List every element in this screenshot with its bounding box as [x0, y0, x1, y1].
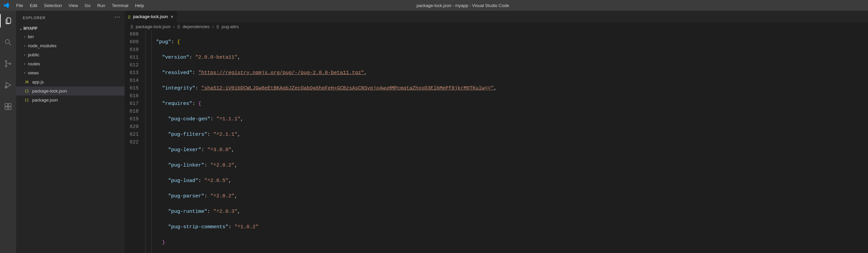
breadcrumb-file[interactable]: package-lock.json: [135, 24, 170, 29]
file-label: package.json: [32, 97, 58, 103]
chevron-right-icon: ›: [24, 35, 25, 38]
chevron-right-icon: ›: [24, 62, 25, 66]
svg-point-0: [5, 39, 9, 44]
menu-help[interactable]: Help: [132, 1, 147, 10]
activity-debug[interactable]: [0, 78, 16, 92]
svg-rect-7: [5, 107, 8, 110]
explorer-title: EXPLORER: [23, 16, 45, 20]
menu-bar: File Edit Selection View Go Run Terminal…: [13, 1, 147, 10]
activity-search[interactable]: [0, 35, 16, 49]
run-debug-icon: [4, 81, 12, 89]
svg-rect-6: [5, 104, 8, 106]
editor-group: {} package-lock.json × {} package-lock.j…: [125, 11, 868, 253]
tab-package-lock[interactable]: {} package-lock.json ×: [125, 11, 177, 23]
json-file-icon: {}: [24, 89, 29, 93]
activity-scm[interactable]: [0, 57, 16, 71]
explorer-sidebar: EXPLORER ⋯ ⌄ MYAPP ›bin ›node_modules ›p…: [16, 11, 125, 253]
menu-go[interactable]: Go: [82, 1, 94, 10]
json-file-icon: {}: [131, 25, 133, 28]
chevron-down-icon: ⌄: [20, 27, 22, 30]
file-label: app.js: [32, 79, 44, 84]
breadcrumb-dependencies[interactable]: dependencies: [183, 24, 210, 29]
menu-view[interactable]: View: [65, 1, 82, 10]
breadcrumb[interactable]: {} package-lock.json › {} dependencies ›…: [125, 23, 868, 30]
menu-run[interactable]: Run: [94, 1, 108, 10]
file-label: package-lock.json: [32, 88, 67, 93]
files-icon: [4, 17, 12, 25]
folder-label: bin: [28, 34, 33, 39]
svg-point-4: [9, 63, 11, 65]
project-name: MYAPP: [24, 26, 37, 31]
folder-node-modules[interactable]: ›node_modules: [16, 41, 125, 50]
chevron-right-icon: ›: [24, 53, 25, 57]
folder-bin[interactable]: ›bin: [16, 32, 125, 41]
activity-bar: [0, 11, 16, 253]
extensions-icon: [4, 103, 12, 111]
file-package-json[interactable]: {}package.json: [16, 95, 125, 105]
chevron-right-icon: ›: [173, 24, 175, 29]
folder-label: routes: [28, 61, 40, 66]
title-bar: File Edit Selection View Go Run Terminal…: [0, 0, 868, 11]
menu-edit[interactable]: Edit: [27, 1, 40, 10]
file-tree: ›bin ›node_modules ›public ›routes ›view…: [16, 32, 125, 105]
chevron-right-icon: ›: [24, 44, 25, 48]
breadcrumb-pug-attrs[interactable]: pug-attrs: [222, 24, 239, 29]
folder-label: public: [28, 52, 39, 57]
svg-point-3: [5, 65, 7, 67]
json-file-icon: {}: [128, 15, 130, 19]
folder-routes[interactable]: ›routes: [16, 59, 125, 68]
line-numbers: 608609610 611612613 614615616 617618619 …: [125, 30, 145, 253]
json-file-icon: {}: [24, 98, 29, 102]
indent-guides: [145, 30, 156, 253]
file-package-lock-json[interactable]: {}package-lock.json: [16, 86, 125, 95]
activity-explorer[interactable]: [0, 14, 16, 27]
code-content[interactable]: "pug": { "version": "2.0.0-beta11", "res…: [156, 30, 868, 253]
explorer-project[interactable]: ⌄ MYAPP: [16, 25, 125, 32]
svg-line-1: [9, 43, 11, 45]
explorer-more-icon[interactable]: ⋯: [114, 13, 120, 21]
svg-rect-8: [8, 107, 11, 110]
code-editor[interactable]: 608609610 611612613 614615616 617618619 …: [125, 30, 868, 253]
source-control-icon: [4, 60, 12, 68]
menu-selection[interactable]: Selection: [40, 1, 65, 10]
folder-label: views: [28, 71, 39, 76]
chevron-right-icon: ›: [24, 71, 25, 75]
tab-bar: {} package-lock.json ×: [125, 11, 868, 23]
chevron-right-icon: ›: [212, 24, 214, 29]
file-app-js[interactable]: JSapp.js: [16, 77, 125, 86]
window-title: package-lock.json - myapp - Visual Studi…: [147, 3, 778, 8]
vscode-logo-icon: [3, 2, 9, 8]
svg-rect-9: [8, 104, 11, 106]
menu-file[interactable]: File: [13, 1, 27, 10]
tab-label: package-lock.json: [133, 14, 168, 19]
search-icon: [4, 38, 12, 46]
close-icon[interactable]: ×: [170, 14, 173, 20]
folder-public[interactable]: ›public: [16, 50, 125, 59]
json-object-icon: {}: [216, 25, 219, 28]
json-object-icon: {}: [178, 25, 180, 28]
folder-views[interactable]: ›views: [16, 68, 125, 77]
activity-extensions[interactable]: [0, 100, 16, 113]
folder-label: node_modules: [28, 43, 56, 48]
svg-point-2: [5, 61, 7, 62]
menu-terminal[interactable]: Terminal: [108, 1, 132, 10]
js-file-icon: JS: [24, 80, 29, 84]
